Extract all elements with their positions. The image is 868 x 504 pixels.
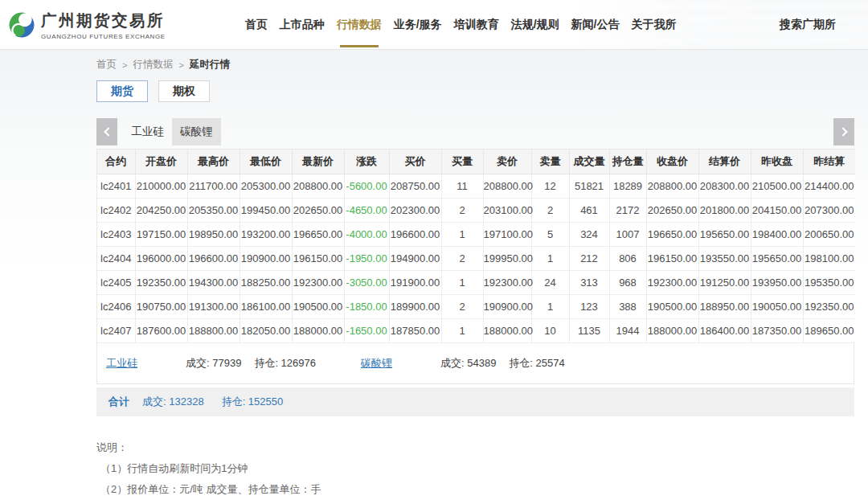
- value-cell: 208800.00: [646, 174, 698, 199]
- value-cell: 196650.00: [292, 223, 344, 247]
- nav-item[interactable]: 上市品种: [280, 0, 325, 49]
- value-cell: 195650.00: [698, 223, 751, 247]
- quote-table: 合约开盘价最高价最低价最新价涨跌买价买量卖价卖量成交量持仓量收盘价结算价昨收盘昨…: [97, 149, 855, 343]
- column-header: 卖量: [531, 150, 569, 174]
- column-header: 合约: [97, 150, 135, 174]
- value-cell: -1850.00: [344, 295, 389, 319]
- contract-cell: lc2401: [97, 174, 135, 199]
- total-row: 合计 成交: 132328 持仓: 152550: [96, 387, 854, 416]
- chevron-left-icon: [104, 127, 113, 136]
- value-cell: 196600.00: [389, 223, 441, 247]
- breadcrumb-item[interactable]: 首页: [96, 58, 117, 72]
- site-header: 广州期货交易所 GUANGZHOU FUTURES EXCHANGE 首页上市品…: [0, 0, 868, 50]
- logo-icon: [8, 11, 35, 39]
- logo-subtitle: GUANGZHOU FUTURES EXCHANGE: [41, 33, 166, 40]
- value-cell: 10: [531, 319, 569, 343]
- contract-cell: lc2402: [97, 199, 135, 223]
- contract-cell: lc2406: [97, 295, 135, 319]
- value-cell: -1650.00: [344, 319, 389, 343]
- summary-product-link[interactable]: 碳酸锂: [361, 356, 440, 371]
- value-cell: 190500.00: [292, 295, 344, 319]
- logo[interactable]: 广州期货交易所 GUANGZHOU FUTURES EXCHANGE: [8, 10, 166, 40]
- value-cell: 207300.00: [803, 199, 855, 223]
- summary-open-interest: 持仓: 126976: [254, 356, 316, 371]
- value-cell: 192350.00: [803, 295, 855, 319]
- scroll-left-button[interactable]: [96, 118, 117, 145]
- column-header: 开盘价: [135, 150, 187, 174]
- value-cell: 1: [531, 295, 569, 319]
- nav-item[interactable]: 业务/服务: [394, 0, 442, 49]
- value-cell: 188000.00: [483, 319, 531, 343]
- summary-volume: 成交: 77939: [186, 356, 241, 371]
- total-volume: 成交: 132328: [142, 395, 204, 409]
- value-cell: 2172: [609, 199, 646, 223]
- nav-item[interactable]: 关于我所: [631, 0, 676, 49]
- value-cell: 188000.00: [646, 319, 698, 343]
- table-row: lc2405192350.00194300.00188250.00192300.…: [97, 271, 855, 295]
- logo-text: 广州期货交易所 GUANGZHOU FUTURES EXCHANGE: [41, 10, 166, 40]
- summary-product-link[interactable]: 工业硅: [106, 356, 186, 371]
- column-header: 昨结算: [803, 150, 855, 174]
- column-header: 持仓量: [609, 150, 646, 174]
- search-link[interactable]: 搜索广期所: [780, 18, 836, 32]
- value-cell: 199450.00: [240, 199, 292, 223]
- value-cell: 1944: [609, 319, 646, 343]
- total-label: 合计: [108, 395, 129, 409]
- value-cell: 208800.00: [483, 174, 531, 199]
- value-cell: 195350.00: [803, 271, 855, 295]
- value-cell: 324: [569, 223, 609, 247]
- value-cell: 2: [531, 199, 569, 223]
- value-cell: 214400.00: [803, 174, 855, 199]
- value-cell: 12: [531, 174, 569, 199]
- nav-item[interactable]: 法规/规则: [511, 0, 559, 49]
- value-cell: 197100.00: [483, 223, 531, 247]
- value-cell: 198100.00: [803, 247, 855, 271]
- value-cell: 186100.00: [240, 295, 292, 319]
- value-cell: 208750.00: [389, 174, 441, 199]
- value-cell: 2: [441, 199, 483, 223]
- value-cell: -5600.00: [344, 174, 389, 199]
- product-tab[interactable]: 碳酸锂: [172, 118, 221, 145]
- page-body: 首页>行情数据>延时行情 期货期权 工业硅碳酸锂 合约开盘价最高价最低价最新价涨…: [0, 50, 868, 504]
- product-tab[interactable]: 工业硅: [123, 118, 172, 145]
- value-cell: 2: [441, 247, 483, 271]
- nav-item[interactable]: 首页: [245, 0, 268, 49]
- breadcrumb-item[interactable]: 行情数据: [133, 58, 173, 72]
- value-cell: 196650.00: [646, 223, 698, 247]
- scroll-right-button[interactable]: [833, 118, 854, 145]
- summary-volume: 成交: 54389: [440, 356, 496, 371]
- value-cell: 1: [441, 223, 483, 247]
- notes: 说明： （1）行情自动刷新时间为1分钟 （2）报价单位：元/吨 成交量、持仓量单…: [96, 441, 854, 495]
- nav-item[interactable]: 行情数据: [337, 0, 382, 49]
- value-cell: 210000.00: [135, 174, 187, 199]
- quote-table-container: 合约开盘价最高价最低价最新价涨跌买价买量卖价卖量成交量持仓量收盘价结算价昨收盘昨…: [96, 149, 854, 384]
- summary-open-interest: 持仓: 25574: [509, 356, 564, 371]
- value-cell: 1135: [569, 319, 609, 343]
- value-cell: 196150.00: [646, 247, 698, 271]
- value-cell: 202650.00: [646, 199, 698, 223]
- value-cell: 205350.00: [187, 199, 240, 223]
- value-cell: 192300.00: [292, 271, 344, 295]
- value-cell: 188950.00: [698, 295, 751, 319]
- total-open-interest: 持仓: 152550: [222, 395, 284, 409]
- value-cell: 195650.00: [751, 247, 803, 271]
- summary-group: 碳酸锂成交: 54389持仓: 25574: [361, 356, 578, 371]
- column-header: 结算价: [698, 150, 751, 174]
- column-header: 买价: [389, 150, 441, 174]
- value-cell: -3050.00: [344, 271, 389, 295]
- tab-inactive[interactable]: 期权: [158, 80, 210, 102]
- column-header: 收盘价: [646, 150, 698, 174]
- nav-item[interactable]: 培训教育: [454, 0, 499, 49]
- contract-cell: lc2407: [97, 319, 135, 343]
- value-cell: 1007: [609, 223, 646, 247]
- note-item-2: （2）报价单位：元/吨 成交量、持仓量单位：手: [100, 483, 854, 495]
- tab-active[interactable]: 期货: [96, 80, 148, 102]
- instrument-tabs: 期货期权: [96, 80, 854, 102]
- value-cell: 192300.00: [483, 271, 531, 295]
- value-cell: 193550.00: [698, 247, 751, 271]
- nav-item[interactable]: 新闻/公告: [571, 0, 620, 49]
- column-header: 涨跌: [344, 150, 389, 174]
- value-cell: 1: [531, 247, 569, 271]
- value-cell: 968: [609, 271, 646, 295]
- value-cell: 24: [531, 271, 569, 295]
